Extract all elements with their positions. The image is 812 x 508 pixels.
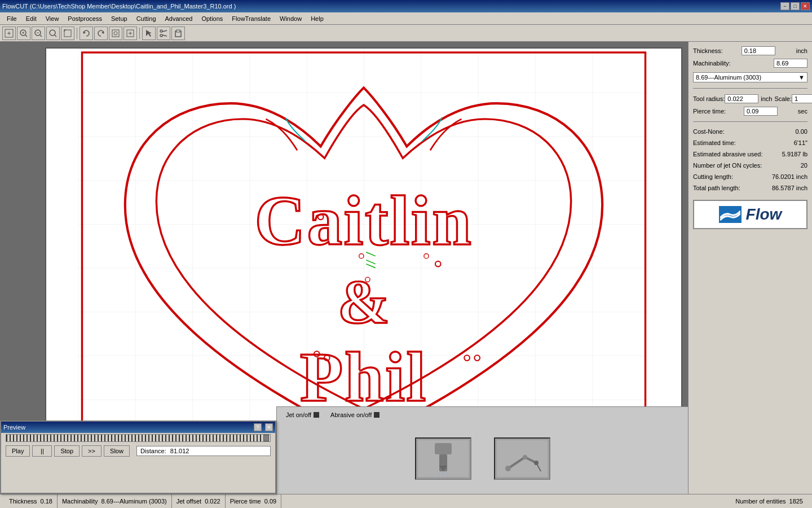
flow-text: Flow bbox=[746, 205, 782, 224]
toolbar-cut[interactable] bbox=[157, 27, 170, 40]
toolbar-zoom-in[interactable] bbox=[17, 27, 30, 40]
total-path-label: Total path length: bbox=[693, 185, 740, 191]
menu-edit[interactable]: Edit bbox=[21, 14, 41, 23]
preview-close-button[interactable]: ✕ bbox=[265, 423, 273, 431]
toolbar-select[interactable] bbox=[142, 27, 156, 40]
menu-help[interactable]: Help bbox=[306, 14, 328, 23]
svg-rect-17 bbox=[112, 30, 119, 37]
toolbar-sep-1 bbox=[77, 28, 77, 39]
jet-label: Jet on/off bbox=[286, 411, 311, 418]
tool-radius-unit: inch bbox=[761, 95, 772, 102]
jet-cycles-label: Number of jet ON cycles: bbox=[693, 162, 762, 169]
thickness-unit: inch bbox=[796, 47, 807, 54]
maximize-button[interactable]: □ bbox=[791, 2, 800, 10]
svg-text:Caitlin: Caitlin bbox=[254, 182, 473, 260]
preview-stop-button[interactable]: Stop bbox=[54, 445, 80, 457]
status-jet-offset-value: 0.022 bbox=[205, 498, 220, 505]
total-path-value: 86.5787 inch bbox=[772, 185, 807, 191]
separator-2 bbox=[693, 121, 807, 122]
toolbar-zoom-window[interactable] bbox=[109, 27, 122, 40]
tool-radius-row: Tool radius: inch Scale: ▼ bbox=[693, 94, 807, 103]
status-machinability: Machinability 8.69---Aluminum (3003) bbox=[58, 494, 172, 508]
toolbar-zoom-actual[interactable] bbox=[46, 27, 60, 40]
thumbnail-1 bbox=[415, 437, 471, 480]
pierce-time-label: Pierce time: bbox=[693, 108, 726, 115]
estimated-time-label: Estimated time: bbox=[693, 139, 736, 146]
toolbar-redo[interactable] bbox=[94, 27, 108, 40]
toolbar-sep-2 bbox=[139, 28, 140, 39]
abrasive-row: Estimated abrasive used: 5.9187 lb bbox=[693, 150, 807, 158]
tool-radius-label: Tool radius: bbox=[693, 95, 725, 102]
scale-input[interactable] bbox=[792, 94, 812, 103]
cutting-length-row: Cutting length: 76.0201 inch bbox=[693, 173, 807, 181]
preview-help-button[interactable]: ? bbox=[254, 423, 262, 431]
abrasive-indicator-square bbox=[374, 412, 379, 418]
estimated-time-value: 6'11" bbox=[794, 139, 807, 146]
status-machinability-value: 8.69---Aluminum (3003) bbox=[102, 498, 167, 505]
menu-advanced[interactable]: Advanced bbox=[161, 14, 197, 23]
svg-text:&: & bbox=[338, 267, 390, 336]
title-bar: FlowCUT (C:\Users\TechShop Member\Deskto… bbox=[0, 0, 812, 12]
menu-flowtranslate[interactable]: FlowTranslate bbox=[227, 14, 275, 23]
preview-pause-button[interactable]: || bbox=[32, 445, 52, 457]
menu-options[interactable]: Options bbox=[197, 14, 227, 23]
toolbar-zoom-out[interactable] bbox=[32, 27, 45, 40]
scale-label: Scale: bbox=[774, 95, 792, 102]
thumbnail-2 bbox=[494, 437, 550, 480]
menu-cutting[interactable]: Cutting bbox=[132, 14, 161, 23]
minimize-button[interactable]: − bbox=[780, 2, 789, 10]
preview-progress-thumb[interactable] bbox=[263, 435, 269, 441]
status-bar: Thickness 0.18 Machinability 8.69---Alum… bbox=[0, 494, 812, 508]
svg-line-11 bbox=[55, 35, 56, 37]
preview-ff-button[interactable]: >> bbox=[82, 445, 102, 457]
svg-line-4 bbox=[25, 35, 27, 37]
total-path-row: Total path length: 86.5787 inch bbox=[693, 184, 807, 192]
cost-value: 0.00 bbox=[796, 128, 807, 135]
preview-play-button[interactable]: Play bbox=[6, 445, 30, 457]
abrasive-label: Estimated abrasive used: bbox=[693, 151, 763, 157]
svg-point-10 bbox=[50, 30, 55, 36]
distance-label: Distance: bbox=[140, 448, 166, 454]
cutting-length-value: 76.0201 inch bbox=[772, 173, 807, 180]
menu-postprocess[interactable]: Postprocess bbox=[63, 14, 107, 23]
menu-bar: File Edit View Postprocess Setup Cutting… bbox=[0, 12, 812, 25]
preview-title: Preview bbox=[3, 424, 25, 431]
menu-view[interactable]: View bbox=[41, 14, 64, 23]
status-thickness-value: 0.18 bbox=[41, 498, 52, 505]
svg-point-75 bbox=[505, 466, 511, 471]
status-thickness: Thickness 0.18 bbox=[5, 494, 58, 508]
thickness-input[interactable] bbox=[742, 46, 775, 55]
cost-label: Cost-None: bbox=[693, 128, 725, 135]
cutting-length-label: Cutting length: bbox=[693, 173, 733, 180]
pierce-time-input[interactable] bbox=[744, 107, 778, 116]
toolbar-undo[interactable] bbox=[80, 27, 93, 40]
toolbar-fit-all[interactable] bbox=[2, 27, 16, 40]
status-thickness-label: Thickness bbox=[9, 498, 37, 505]
status-jet-offset: Jet offset 0.022 bbox=[172, 494, 226, 508]
menu-file[interactable]: File bbox=[2, 14, 21, 23]
indicator-row: Jet on/off Abrasive on/off bbox=[277, 407, 688, 423]
preview-buttons-row: Play || Stop >> Slow Distance: 81.012 bbox=[1, 443, 275, 459]
abrasive-indicator: Abrasive on/off bbox=[330, 411, 379, 418]
dropdown-chevron-icon: ▼ bbox=[798, 74, 805, 81]
material-dropdown[interactable]: 8.69---Aluminum (3003) ▼ bbox=[693, 72, 807, 82]
menu-window[interactable]: Window bbox=[275, 14, 306, 23]
close-button[interactable]: ✕ bbox=[801, 2, 810, 10]
toolbar-zoom-pan[interactable] bbox=[123, 27, 137, 40]
machinability-input[interactable] bbox=[774, 59, 807, 68]
toolbar-zoom-fit[interactable] bbox=[61, 27, 74, 40]
tool-radius-input[interactable] bbox=[725, 94, 758, 103]
abrasive-value: 5.9187 lb bbox=[782, 151, 807, 157]
preview-slow-button[interactable]: Slow bbox=[104, 445, 130, 457]
preview-progress-bar[interactable] bbox=[6, 434, 271, 442]
distance-value: 81.012 bbox=[170, 448, 189, 454]
status-entities-value: 1825 bbox=[789, 498, 803, 505]
main-content: Caitlin & Phil y bbox=[0, 42, 812, 494]
machinability-label: Machinability: bbox=[693, 60, 731, 67]
status-jet-offset-label: Jet offset bbox=[176, 498, 201, 505]
preview-distance-display: Distance: 81.012 bbox=[136, 446, 271, 456]
toolbar-paste[interactable] bbox=[171, 27, 185, 40]
svg-rect-28 bbox=[176, 30, 180, 32]
menu-setup[interactable]: Setup bbox=[107, 14, 132, 23]
toolbar bbox=[0, 25, 812, 42]
